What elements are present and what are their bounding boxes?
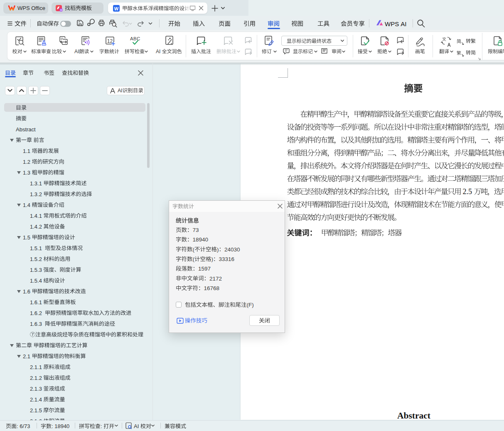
svg-text:1.6.3: 1.6.3 xyxy=(30,321,42,327)
svg-text::: : xyxy=(52,423,53,429)
svg-text:1.2: 1.2 xyxy=(23,159,30,165)
svg-text:): ) xyxy=(217,246,219,253)
svg-text:1.6.2: 1.6.2 xyxy=(30,310,42,316)
svg-text:AI: AI xyxy=(118,88,123,94)
svg-text:12: 12 xyxy=(107,38,113,44)
svg-text:AI: AI xyxy=(134,423,139,429)
svg-text:1.3.2: 1.3.2 xyxy=(30,191,42,197)
svg-text:ABC: ABC xyxy=(130,36,140,41)
svg-text:18940: 18940 xyxy=(193,236,209,243)
svg-text:1.6.1: 1.6.1 xyxy=(30,299,42,305)
svg-text:2172: 2172 xyxy=(209,276,222,282)
svg-text:2.1.5: 2.1.5 xyxy=(30,407,42,414)
svg-text:33316: 33316 xyxy=(219,256,235,262)
svg-text:18940: 18940 xyxy=(54,423,69,429)
svg-text:AI: AI xyxy=(156,49,160,54)
svg-text:(: ( xyxy=(193,246,195,253)
svg-text:24030: 24030 xyxy=(224,246,240,253)
svg-text:WPS: WPS xyxy=(385,20,399,27)
svg-text:1.4.2: 1.4.2 xyxy=(30,224,42,230)
svg-text:WPS: WPS xyxy=(17,5,30,11)
svg-text:1.5: 1.5 xyxy=(23,234,30,241)
svg-text:): ) xyxy=(211,256,214,262)
svg-text:1.5.3: 1.5.3 xyxy=(30,267,42,273)
svg-text:W: W xyxy=(114,6,119,11)
svg-text::: : xyxy=(101,423,102,429)
svg-text:1.3.1: 1.3.1 xyxy=(30,180,42,187)
svg-text:2.1.2: 2.1.2 xyxy=(30,375,42,381)
svg-text:1.1: 1.1 xyxy=(23,148,30,154)
svg-text:(F): (F) xyxy=(247,302,254,308)
svg-text:73: 73 xyxy=(193,227,199,233)
svg-text:6/73: 6/73 xyxy=(20,423,30,429)
svg-text:1597: 1597 xyxy=(198,266,211,272)
svg-text:2.1.1: 2.1.1 xyxy=(30,364,42,370)
svg-text:1.4: 1.4 xyxy=(23,202,30,208)
svg-text:1.5.1: 1.5.1 xyxy=(30,245,42,251)
svg-text:Abstract: Abstract xyxy=(397,411,431,421)
svg-text:2.5: 2.5 xyxy=(463,187,472,196)
svg-text:2.1.3: 2.1.3 xyxy=(30,386,42,392)
svg-text:16768: 16768 xyxy=(204,285,220,291)
svg-text:AI: AI xyxy=(60,9,63,11)
svg-text:1.3: 1.3 xyxy=(23,170,30,176)
svg-text:2.1.4: 2.1.4 xyxy=(30,397,42,403)
svg-text:(: ( xyxy=(193,256,195,262)
svg-text:2.1.6: 2.1.6 xyxy=(30,418,42,424)
svg-text:1.5.4: 1.5.4 xyxy=(30,278,42,284)
svg-text:1.5.2: 1.5.2 xyxy=(30,256,42,262)
svg-text:2.1: 2.1 xyxy=(23,353,30,360)
svg-text::: : xyxy=(17,423,18,429)
svg-text:Abstract: Abstract xyxy=(16,126,36,133)
svg-text:1.6: 1.6 xyxy=(23,288,30,295)
svg-text:AI: AI xyxy=(74,49,79,54)
svg-text:AI: AI xyxy=(401,20,406,27)
svg-text:Office: Office xyxy=(31,5,45,11)
svg-text:1.4.1: 1.4.1 xyxy=(30,213,42,219)
